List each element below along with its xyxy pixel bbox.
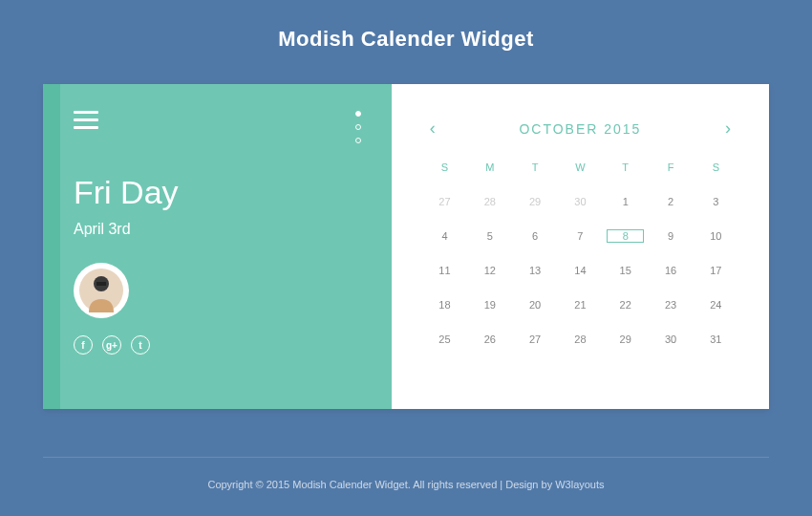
facebook-icon[interactable]: f [74, 335, 93, 355]
calendar-widget: Fri Day April 3rd f g+ t ‹ OCTOBER 2015 … [43, 84, 769, 409]
weekday-label: F [648, 161, 693, 173]
calendar-day[interactable]: 26 [467, 333, 512, 345]
footer-text: Copyright © 2015 Modish Calender Widget.… [207, 479, 604, 490]
footer-link[interactable]: W3layouts [555, 479, 604, 490]
weekday-label: W [558, 161, 603, 173]
calendar-day[interactable]: 28 [467, 196, 512, 207]
pager-dots[interactable] [355, 111, 361, 143]
calendar-day[interactable]: 16 [648, 265, 693, 276]
calendar-day[interactable]: 1 [603, 196, 648, 207]
calendar-day[interactable]: 10 [694, 230, 738, 242]
calendar-day[interactable]: 9 [648, 230, 693, 242]
weekday-row: SMTWTFS [422, 161, 738, 173]
calendar-day[interactable]: 5 [467, 230, 512, 242]
calendar-day[interactable]: 31 [694, 333, 738, 345]
twitter-icon[interactable]: t [131, 335, 150, 355]
calendar-header: ‹ OCTOBER 2015 › [422, 118, 738, 139]
weekday-label: M [467, 161, 512, 173]
calendar-day[interactable]: 13 [512, 265, 557, 276]
avatar[interactable] [74, 263, 129, 318]
calendar-day[interactable]: 27 [512, 333, 557, 345]
weekday-label: S [694, 161, 738, 173]
month-label: OCTOBER 2015 [519, 121, 641, 137]
social-icons: f g+ t [74, 335, 361, 355]
pager-dot[interactable] [355, 111, 361, 117]
calendar-day[interactable]: 25 [422, 333, 467, 345]
right-panel: ‹ OCTOBER 2015 › SMTWTFS 272829301234567… [392, 84, 769, 409]
calendar-day[interactable]: 4 [422, 230, 467, 242]
calendar-day[interactable]: 12 [467, 265, 512, 276]
calendar-day[interactable]: 29 [603, 333, 648, 345]
calendar-day[interactable]: 19 [467, 299, 512, 311]
weekday-label: S [422, 161, 467, 173]
calendar-day[interactable]: 7 [558, 230, 603, 242]
prev-month-button[interactable]: ‹ [430, 118, 436, 139]
calendar-day[interactable]: 11 [422, 265, 467, 276]
avatar-icon [79, 269, 123, 312]
calendar-day[interactable]: 21 [558, 299, 603, 311]
calendar-day[interactable]: 6 [512, 230, 557, 242]
day-name: Fri Day [74, 174, 361, 211]
calendar-day[interactable]: 24 [694, 299, 738, 311]
calendar-day[interactable]: 27 [422, 196, 467, 207]
pager-dot[interactable] [355, 138, 361, 143]
weekday-label: T [603, 161, 648, 173]
calendar-day[interactable]: 23 [648, 299, 693, 311]
calendar-day[interactable]: 2 [648, 196, 693, 207]
calendar-grid: 2728293012345678910111213141516171819202… [422, 184, 738, 356]
next-month-button[interactable]: › [725, 118, 731, 139]
calendar-day[interactable]: 30 [648, 333, 693, 345]
calendar-day[interactable]: 15 [603, 265, 648, 276]
calendar-day[interactable]: 29 [512, 196, 557, 207]
calendar-day[interactable]: 30 [558, 196, 603, 207]
calendar-day[interactable]: 17 [694, 265, 738, 276]
calendar-day[interactable]: 18 [422, 299, 467, 311]
calendar-day[interactable]: 28 [558, 333, 603, 345]
date-text: April 3rd [74, 221, 361, 238]
calendar-day[interactable]: 22 [603, 299, 648, 311]
page-title: Modish Calender Widget [278, 27, 533, 52]
calendar-day[interactable]: 14 [558, 265, 603, 276]
weekday-label: T [512, 161, 557, 173]
left-panel: Fri Day April 3rd f g+ t [43, 84, 392, 409]
pager-dot[interactable] [355, 124, 361, 130]
left-accent-bar [43, 84, 60, 409]
footer: Copyright © 2015 Modish Calender Widget.… [43, 457, 769, 492]
calendar-day[interactable]: 8 [607, 229, 644, 243]
calendar-day[interactable]: 3 [694, 196, 738, 207]
google-plus-icon[interactable]: g+ [102, 335, 121, 355]
calendar-day[interactable]: 20 [512, 299, 557, 311]
svg-rect-2 [96, 282, 106, 286]
hamburger-menu-icon[interactable] [74, 111, 98, 129]
